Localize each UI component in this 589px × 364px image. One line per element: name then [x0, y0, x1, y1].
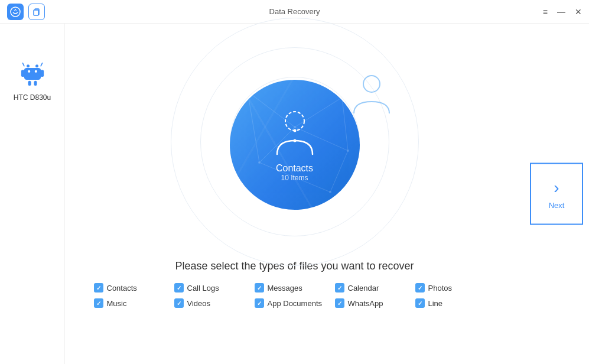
checkboxes-grid: ContactsCall LogsMessagesCalendarPhotosM…	[94, 283, 496, 308]
minimize-button[interactable]: —	[557, 8, 565, 16]
svg-point-28	[293, 139, 296, 142]
titlebar-left	[7, 4, 45, 20]
checkbox-messages[interactable]	[255, 283, 264, 292]
svg-line-14	[342, 98, 348, 151]
checkbox-whatsapp[interactable]	[335, 298, 344, 308]
bottom-section: Please select the types of files you wan…	[65, 260, 524, 308]
main-circle: Contacts 10 Items	[230, 80, 360, 210]
svg-point-25	[329, 191, 331, 193]
checkbox-label: App Documents	[268, 299, 323, 308]
circles-container: Contacts 10 Items	[171, 35, 419, 248]
svg-rect-6	[40, 70, 44, 77]
next-label: Next	[549, 201, 565, 210]
checkbox-app-documents[interactable]	[255, 298, 264, 308]
checkbox-label: Messages	[268, 284, 302, 292]
checkbox-item-contacts[interactable]: Contacts	[94, 283, 174, 292]
svg-point-22	[341, 96, 343, 99]
checkbox-videos[interactable]	[174, 298, 184, 308]
checkbox-item-call-logs[interactable]: Call Logs	[174, 283, 255, 292]
svg-point-9	[28, 70, 30, 73]
svg-line-19	[330, 151, 348, 192]
checkbox-label: Calendar	[348, 284, 379, 292]
checkbox-label: Videos	[187, 299, 211, 308]
svg-point-10	[34, 70, 37, 73]
svg-point-24	[258, 161, 261, 164]
svg-rect-4	[24, 68, 40, 80]
checkbox-label: Music	[107, 299, 127, 308]
svg-rect-7	[28, 81, 31, 86]
checkbox-calendar[interactable]	[335, 283, 344, 292]
svg-rect-1	[34, 10, 38, 15]
checkbox-photos[interactable]	[415, 283, 425, 292]
circle-sublabel: 10 Items	[281, 174, 308, 182]
titlebar-title: Data Recovery	[269, 7, 320, 16]
checkbox-item-photos[interactable]: Photos	[415, 283, 496, 292]
svg-rect-8	[34, 81, 37, 86]
svg-point-26	[285, 112, 304, 131]
checkbox-label: Line	[428, 299, 443, 308]
chevron-right-icon: ›	[554, 178, 559, 197]
svg-point-11	[363, 76, 380, 92]
checkbox-item-calendar[interactable]: Calendar	[335, 283, 415, 292]
checkbox-label: Photos	[428, 284, 452, 292]
svg-rect-5	[21, 70, 24, 77]
app-logo-icon[interactable]	[7, 4, 24, 20]
main-area: HTC D830u	[0, 24, 589, 364]
svg-point-3	[35, 64, 38, 67]
copy-icon[interactable]	[28, 4, 45, 20]
svg-point-20	[246, 90, 249, 93]
svg-line-15	[248, 92, 259, 162]
svg-point-0	[11, 7, 20, 17]
checkbox-item-videos[interactable]: Videos	[174, 298, 255, 308]
titlebar-controls: ≡ — ✕	[543, 8, 582, 16]
checkbox-label: Contacts	[107, 284, 137, 292]
sidebar: HTC D830u	[0, 24, 65, 364]
checkbox-item-messages[interactable]: Messages	[255, 283, 335, 292]
checkbox-item-line[interactable]: Line	[415, 298, 496, 308]
checkbox-label: WhatsApp	[348, 299, 383, 308]
checkbox-call-logs[interactable]	[174, 283, 184, 292]
svg-point-23	[347, 150, 349, 152]
checkbox-item-whatsapp[interactable]: WhatsApp	[335, 298, 415, 308]
svg-point-27	[293, 129, 296, 132]
circle-label: Contacts	[276, 163, 313, 174]
next-button[interactable]: › Next	[530, 163, 583, 225]
contact-person-icon	[268, 108, 321, 158]
android-icon	[18, 59, 47, 89]
checkbox-item-app-documents[interactable]: App Documents	[255, 298, 335, 308]
next-area: › Next	[524, 24, 589, 364]
checkbox-music[interactable]	[94, 298, 103, 308]
close-button[interactable]: ✕	[575, 8, 582, 16]
checkbox-label: Call Logs	[187, 284, 219, 292]
device-name: HTC D830u	[14, 93, 51, 102]
checkbox-item-music[interactable]: Music	[94, 298, 174, 308]
svg-point-2	[27, 64, 30, 67]
center-area: Contacts 10 Items Please select the type…	[65, 24, 524, 364]
checkbox-line[interactable]	[415, 298, 425, 308]
checkbox-contacts[interactable]	[94, 283, 103, 292]
menu-button[interactable]: ≡	[543, 8, 548, 16]
